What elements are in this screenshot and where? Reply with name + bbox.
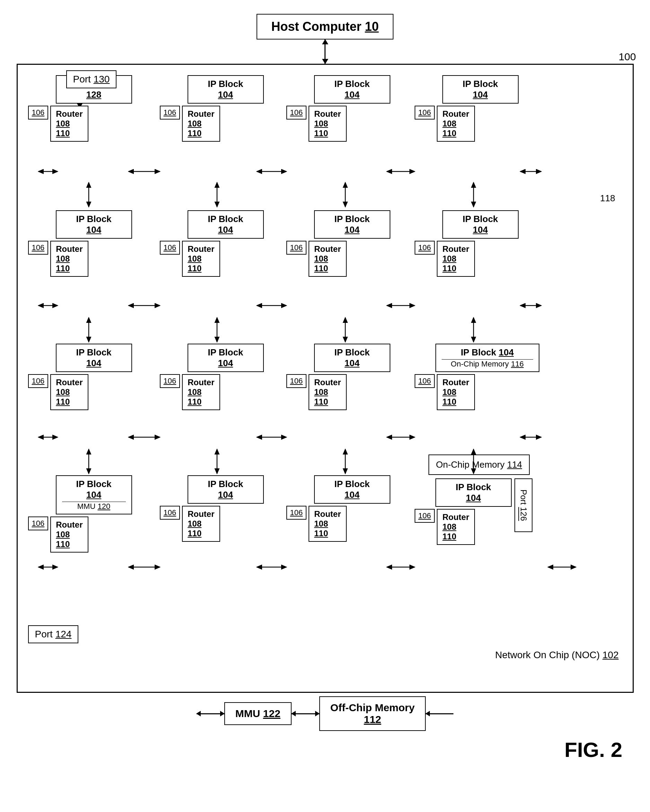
router-r2c1: 106 Router 108 110 <box>28 241 153 277</box>
cell-r2c4: IP Block 104 106 Router 108 110 <box>414 210 540 277</box>
ipblock-label-r1c2: IP Block <box>208 79 243 89</box>
router-r3c3: 106 Router 108 110 <box>286 374 411 410</box>
cell-r2c2: IP Block 104 106 Router 108 110 <box>160 210 284 277</box>
cell-r3c3: IP Block 104 106 Router 108 110 <box>286 343 411 410</box>
cell-r1c2: IP Block 104 106 Router 108 110 <box>160 75 284 142</box>
on-chip-memory-114-box: On-Chip Memory 114 <box>428 455 530 475</box>
port-130: Port 130 <box>66 70 117 89</box>
port-106-r3c4: 106 <box>414 374 435 388</box>
cell-r4c4: On-Chip Memory 114 IP Block 104 106 Rout… <box>414 455 574 545</box>
router-r1c3: 106 Router 108 110 <box>286 106 411 142</box>
mmu-120-label: MMU 120 <box>62 502 126 511</box>
port-106-r2c3: 106 <box>286 241 307 255</box>
off-chip-memory-box: Off-Chip Memory 112 <box>319 696 426 731</box>
router-r3c2: 106 Router 108 110 <box>160 374 284 410</box>
router-r1c4: 106 Router 108 110 <box>414 106 540 142</box>
ipblock-r1c2: IP Block 104 <box>188 75 264 104</box>
router-r2c4: 106 Router 108 110 <box>414 241 540 277</box>
ipblock-r3c2: IP Block 104 <box>188 343 264 372</box>
ipblock-r1c4: IP Block 104 <box>442 75 518 104</box>
port-106-r1c4: 106 <box>414 106 435 119</box>
router-r4c1: 106 Router 108 110 <box>28 516 153 553</box>
page: Host Computer 10 100 Port 130 <box>0 0 650 812</box>
router-box-r2c4: Router 108 110 <box>437 241 474 277</box>
router-box-r1c2: Router 108 110 <box>182 106 220 142</box>
port-106-r4c4: 106 <box>414 509 435 523</box>
ipblock-r4c3: IP Block 104 <box>314 475 390 504</box>
cell-r2c3: IP Block 104 106 Router 108 110 <box>286 210 411 277</box>
ipblock-r2c2: IP Block 104 <box>188 210 264 239</box>
memory-116-label: On-Chip Memory 116 <box>442 359 533 369</box>
noc-label: Network On Chip (NOC) 102 <box>495 650 618 661</box>
host-computer-number: 10 <box>365 20 379 34</box>
router-box-r4c3: Router 108 110 <box>309 506 346 542</box>
router-r3c1: 106 Router 108 110 <box>28 374 153 410</box>
port-106-r4c2: 106 <box>160 506 180 520</box>
cell-r2c1: IP Block 104 106 Router 108 110 <box>28 210 153 277</box>
ipblock-r2c4: IP Block 104 <box>442 210 518 239</box>
cell-r1c4: IP Block 104 106 Router 108 110 <box>414 75 540 142</box>
router-box-r1c4: Router 108 110 <box>437 106 474 142</box>
ipblock-r4c4: IP Block 104 <box>436 478 512 507</box>
router-num-r1c1: 110 <box>56 128 70 138</box>
label-100: 100 <box>618 51 636 63</box>
host-computer-box: Host Computer 10 <box>257 14 393 40</box>
noc-grid: HIP 128 106 Router 108 110 IP Block 104 <box>28 75 622 664</box>
mmu-122-box: MMU 122 <box>224 702 292 725</box>
cell-r3c1: IP Block 104 106 Router 108 110 <box>28 343 153 410</box>
bottom-section: MMU 122 Off-Chip Memory 112 <box>17 696 634 731</box>
port-106-r4c3: 106 <box>286 506 307 520</box>
hip-number: 128 <box>86 89 101 100</box>
port-106-r1c2: 106 <box>160 106 180 119</box>
cell-r3c4: IP Block 104 On-Chip Memory 116 106 Rout… <box>414 343 560 410</box>
ipblock-r3c1: IP Block 104 <box>56 343 132 372</box>
noc-container: 100 Port 130 <box>17 64 634 693</box>
ipblock-r1c3: IP Block 104 <box>314 75 390 104</box>
cell-r4c1: IP Block 104 MMU 120 106 Router 108 110 <box>28 475 153 553</box>
router-r1c2: 106 Router 108 110 <box>160 106 284 142</box>
fig-label: FIG. 2 <box>564 738 622 762</box>
port-126: Port 126 <box>514 478 532 532</box>
port-106-r3c3: 106 <box>286 374 307 388</box>
router-r4c4: 106 Router 108 110 <box>414 509 512 545</box>
port-130-label: Port <box>73 74 91 84</box>
ipblock-r2c1: IP Block 104 <box>56 210 132 239</box>
router-box-r3c1: Router 108 110 <box>50 374 88 410</box>
router-box-r2c1: Router 108 110 <box>50 241 88 277</box>
link-108-r1c1: 108 <box>56 119 70 128</box>
router-r2c3: 106 Router 108 110 <box>286 241 411 277</box>
cell-r4c3: IP Block 104 106 Router 108 110 <box>286 475 411 542</box>
router-box-r3c3: Router 108 110 <box>309 374 346 410</box>
router-r4c2: 106 Router 108 110 <box>160 506 284 542</box>
port-106-label-r1c1: 106 <box>32 108 45 117</box>
router-r4c3: 106 Router 108 110 <box>286 506 411 542</box>
cell-r1c3: IP Block 104 106 Router 108 110 <box>286 75 411 142</box>
port-106-r2c4: 106 <box>414 241 435 255</box>
ipblock-r2c3: IP Block 104 <box>314 210 390 239</box>
router-r1c1: 106 Router 108 110 <box>28 106 153 142</box>
port-130-number: 130 <box>93 74 110 84</box>
ipblock-memory-116: IP Block 104 On-Chip Memory 116 <box>436 343 540 372</box>
port-106-r3c2: 106 <box>160 374 180 388</box>
port-124: Port 124 <box>28 625 79 643</box>
host-computer-label: Host Computer <box>271 20 361 34</box>
port-106-r1c1: 106 <box>28 106 49 119</box>
router-box-r3c2: Router 108 110 <box>182 374 220 410</box>
router-box-r2c3: Router 108 110 <box>309 241 346 277</box>
router-box-r4c4: Router 108 110 <box>437 509 474 545</box>
router-box-r3c4: Router 108 110 <box>437 374 474 410</box>
router-box-r4c1: Router 108 110 <box>50 516 88 553</box>
router-r3c4: 106 Router 108 110 <box>414 374 560 410</box>
cell-r3c2: IP Block 104 106 Router 108 110 <box>160 343 284 410</box>
port-106-r1c3: 106 <box>286 106 307 119</box>
port-106-r2c1: 106 <box>28 241 49 255</box>
router-box-r2c2: Router 108 110 <box>182 241 220 277</box>
label-118: 118 <box>600 193 615 204</box>
cell-r4c2: IP Block 104 106 Router 108 110 <box>160 475 284 542</box>
port-106-r4c1: 106 <box>28 516 49 530</box>
ipblock-mmu-120: IP Block 104 MMU 120 <box>56 475 132 514</box>
router-box-r4c2: Router 108 110 <box>182 506 220 542</box>
ipblock-r3c3: IP Block 104 <box>314 343 390 372</box>
router-label-r1c1: Router <box>56 109 83 119</box>
ipblock-num-r1c2: 104 <box>218 89 233 100</box>
